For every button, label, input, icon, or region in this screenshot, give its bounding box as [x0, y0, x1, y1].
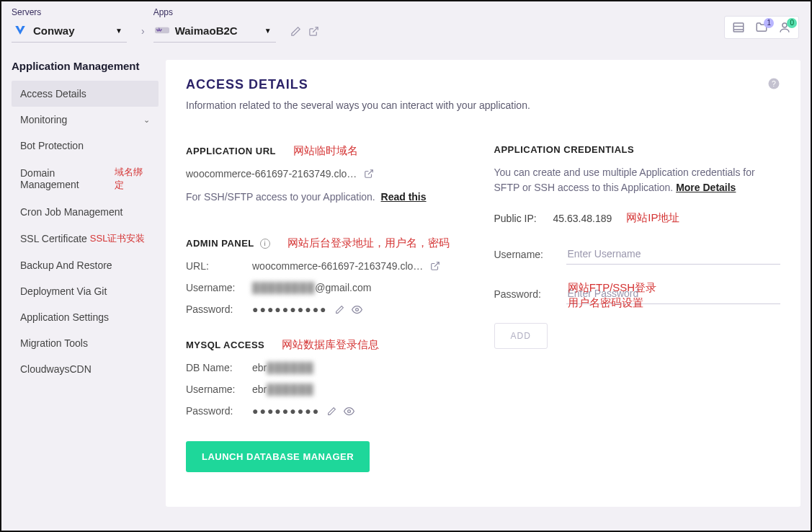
chevron-right-icon: › — [141, 25, 145, 37]
admin-url-value: woocommerce-661697-2163749.clo… — [252, 260, 423, 272]
annotation: 网站后台登录地址，用户名，密码 — [287, 236, 450, 250]
sidebar-item-migration[interactable]: Migration Tools — [12, 330, 159, 356]
annotation: 域名绑定 — [115, 166, 150, 192]
svg-point-10 — [355, 308, 358, 311]
admin-username-value: ████████@gmail.com — [252, 282, 371, 293]
vultr-icon — [13, 23, 27, 37]
ssh-note: For SSH/SFTP access to your Application.… — [186, 190, 427, 205]
section-mysql-head: MYSQL ACCESS 网站数据库登录信息 — [186, 338, 473, 352]
db-user-label: Username: — [186, 384, 252, 395]
eye-icon[interactable] — [344, 406, 354, 417]
servers-label: Servers — [12, 7, 127, 17]
left-column: APPLICATION URL 网站临时域名 woocommerce-66169… — [186, 144, 473, 472]
right-column: APPLICATION CREDENTIALS You can create a… — [494, 144, 781, 472]
user-icon[interactable]: 0 — [778, 21, 791, 34]
woocommerce-icon — [155, 23, 169, 37]
db-user-value: ebr██████ — [252, 384, 314, 395]
app-name: WaimaoB2C — [175, 25, 238, 37]
apps-crumb: Apps WaimaoB2C ▼ — [153, 7, 276, 43]
caret-down-icon: ▼ — [264, 27, 272, 35]
db-password-value: ●●●●●●●●● — [252, 405, 320, 417]
list-icon[interactable] — [732, 21, 745, 34]
credentials-desc: You can create and use multiple Applicat… — [494, 165, 781, 195]
section-admin-head: ADMIN PANEL i 网站后台登录地址，用户名，密码 — [186, 236, 473, 250]
svg-line-8 — [368, 170, 372, 174]
user-badge: 0 — [787, 18, 797, 28]
db-name-value: ebr██████ — [252, 362, 314, 373]
topbar-right-icons: 1 0 — [724, 16, 799, 39]
admin-password-label: Password: — [186, 303, 252, 315]
sidebar-item-git[interactable]: Deployment Via Git — [12, 278, 159, 304]
external-link-icon[interactable] — [430, 261, 440, 271]
db-password-label: Password: — [186, 405, 252, 417]
page-subtitle: Information related to the several ways … — [186, 99, 780, 111]
topbar: Servers Conway ▼ › Apps WaimaoB2C ▼ — [1, 1, 811, 45]
sidebar-item-cron-job[interactable]: Cron Job Management — [12, 199, 159, 225]
annotation: 网站临时域名 — [293, 144, 358, 158]
sidebar-item-backup[interactable]: Backup And Restore — [12, 252, 159, 278]
cred-username-input[interactable] — [566, 244, 781, 265]
db-name-label: DB Name: — [186, 362, 252, 373]
sidebar-item-ssl[interactable]: SSL CertificateSSL证书安装 — [12, 225, 159, 252]
annotation: 网站FTP/SSH登录 用户名密码设置 — [568, 280, 656, 310]
edit-icon[interactable] — [290, 26, 301, 37]
eye-icon[interactable] — [352, 304, 362, 315]
page-title: ACCESS DETAILS — [186, 77, 780, 92]
external-link-icon[interactable] — [308, 26, 319, 37]
edit-icon[interactable] — [327, 407, 336, 416]
sidebar: Application Management Access Details Mo… — [1, 45, 159, 517]
admin-url-label: URL: — [186, 260, 252, 272]
annotation: SSL证书安装 — [90, 232, 146, 245]
sidebar-heading: Application Management — [12, 60, 159, 72]
app-url-value: woocommerce-661697-2163749.clo… — [186, 168, 357, 179]
read-this-link[interactable]: Read this — [381, 191, 427, 203]
cred-username-label: Username: — [494, 249, 566, 260]
sidebar-item-domain-management[interactable]: Domain Management域名绑定 — [12, 159, 159, 199]
section-credentials-head: APPLICATION CREDENTIALS — [494, 144, 781, 155]
server-selector[interactable]: Conway ▼ — [12, 20, 127, 43]
layout: Application Management Access Details Mo… — [1, 45, 811, 517]
svg-point-11 — [348, 409, 351, 412]
server-name: Conway — [33, 25, 75, 37]
sidebar-item-cdn[interactable]: CloudwaysCDN — [12, 356, 159, 382]
section-app-url-head: APPLICATION URL 网站临时域名 — [186, 144, 473, 158]
external-link-icon[interactable] — [364, 169, 374, 179]
sidebar-item-bot-protection[interactable]: Bot Protection — [12, 133, 159, 159]
main-panel: ACCESS DETAILS ? Information related to … — [166, 60, 800, 507]
annotation: 网站IP地址 — [626, 211, 679, 225]
add-button[interactable]: ADD — [494, 323, 548, 349]
cred-password-label: Password: — [494, 288, 566, 300]
app-actions — [290, 26, 319, 37]
apps-label: Apps — [153, 7, 276, 17]
svg-line-9 — [434, 262, 439, 267]
folder-badge: 1 — [764, 18, 774, 28]
public-ip-label: Public IP: — [494, 213, 553, 224]
sidebar-item-access-details[interactable]: Access Details — [12, 81, 159, 107]
svg-text:?: ? — [772, 79, 776, 88]
folder-icon[interactable]: 1 — [755, 21, 768, 34]
svg-rect-2 — [733, 23, 744, 32]
info-icon[interactable]: i — [260, 239, 270, 249]
svg-point-5 — [782, 23, 787, 27]
svg-line-1 — [313, 27, 318, 32]
admin-username-label: Username: — [186, 282, 252, 293]
admin-password-value: ●●●●●●●●●● — [252, 303, 328, 315]
sidebar-item-app-settings[interactable]: Application Settings — [12, 304, 159, 330]
public-ip-value: 45.63.48.189 — [553, 213, 612, 224]
edit-icon[interactable] — [335, 305, 344, 314]
servers-crumb: Servers Conway ▼ — [12, 7, 127, 43]
launch-db-manager-button[interactable]: LAUNCH DATABASE MANAGER — [186, 441, 370, 472]
caret-down-icon: ▼ — [115, 27, 122, 35]
more-details-link[interactable]: More Details — [676, 182, 736, 193]
sidebar-item-monitoring[interactable]: Monitoring⌄ — [12, 107, 159, 133]
annotation: 网站数据库登录信息 — [282, 338, 379, 352]
app-selector[interactable]: WaimaoB2C ▼ — [153, 20, 276, 43]
chevron-down-icon: ⌄ — [143, 115, 150, 125]
help-icon[interactable]: ? — [767, 77, 780, 90]
